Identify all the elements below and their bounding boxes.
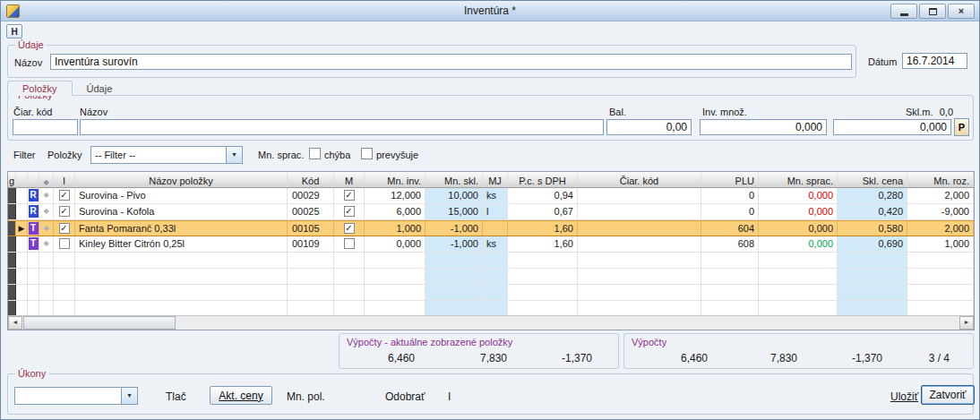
tab-udaje[interactable]: Údaje: [73, 81, 127, 96]
mn-skl-cell: [426, 253, 483, 268]
prevysuje-checkbox[interactable]: [361, 148, 373, 159]
akt-ceny-button[interactable]: Akt. ceny: [210, 386, 272, 405]
group-band-cell: [8, 221, 16, 236]
m-checkbox[interactable]: [344, 238, 355, 249]
empty-row[interactable]: [8, 269, 974, 285]
i-checkbox[interactable]: ✓: [59, 206, 70, 217]
flag-column-header[interactable]: ◆: [39, 172, 54, 187]
row-i-cell: ✓: [54, 204, 75, 219]
pc-dph-cell: 0,67: [508, 204, 578, 219]
column-header-mn-skl[interactable]: Mn. skl.: [426, 172, 483, 187]
filter-dropdown[interactable]: -- Filter -- ▼: [90, 146, 243, 164]
column-header-i[interactable]: I: [54, 172, 75, 187]
plu-cell: 608: [701, 236, 759, 252]
skl-cena-cell: 0,280: [838, 188, 907, 203]
i-checkbox[interactable]: [59, 238, 70, 249]
column-header-nazov[interactable]: Názov položky: [75, 172, 288, 187]
mn-sprac-cell: 0,000: [759, 236, 838, 252]
row-type-cell: R: [28, 204, 39, 219]
scrollbar-thumb[interactable]: [23, 316, 176, 330]
column-header-mn-roz[interactable]: Mn. roz.: [907, 172, 974, 187]
ukony-dropdown[interactable]: ▼: [14, 387, 138, 405]
summary-total-title: Výpočty: [632, 337, 666, 347]
column-header-pc-s-dph[interactable]: P.c. s DPH: [508, 172, 578, 187]
row-i-cell: ✓: [54, 188, 75, 203]
close-button[interactable]: ×: [948, 4, 975, 19]
bal-input[interactable]: [606, 119, 692, 135]
m-checkbox[interactable]: ✓: [344, 206, 355, 217]
zatvorit-button[interactable]: Zatvoriť: [921, 385, 975, 405]
table-row[interactable]: T◆Kinley Bitter Citrón 0,25l001090,000-1…: [8, 236, 974, 253]
mn-inv-cell: 6,000: [365, 204, 426, 219]
m-checkbox[interactable]: ✓: [344, 223, 355, 234]
column-header-mn-sprac[interactable]: Mn. sprac.: [759, 172, 838, 187]
datum-input[interactable]: [902, 53, 967, 69]
name-cell: Fanta Pomaranč 0,33l: [75, 221, 288, 236]
table-row[interactable]: R◆✓Surovina - Kofola00025✓6,00015,000l0,…: [8, 204, 974, 220]
i-checkbox[interactable]: ✓: [59, 223, 70, 234]
i-checkbox[interactable]: ✓: [59, 190, 70, 201]
column-header-kod[interactable]: Kód: [288, 172, 334, 187]
ciar-kod-cell: [578, 204, 701, 219]
empty-row[interactable]: [8, 253, 974, 269]
name-cell: Surovina - Pivo: [75, 188, 288, 203]
chevron-down-icon[interactable]: ▼: [226, 147, 242, 163]
ciar-kod-cell: [578, 253, 701, 268]
ciar-kod-cell: [578, 285, 701, 300]
tab-polozky[interactable]: Položky: [7, 81, 73, 96]
chyba-checkbox[interactable]: [309, 148, 321, 159]
odobrat-button[interactable]: Odobrať: [385, 390, 426, 403]
row-selector-header: [16, 172, 28, 187]
skl-cena-cell: 0,690: [838, 236, 907, 252]
row-flag-cell: [39, 285, 54, 300]
column-header-skl-cena[interactable]: Skl. cena: [838, 172, 907, 187]
column-header-mn-inv[interactable]: Mn. inv.: [365, 172, 426, 187]
column-header-ciar-kod[interactable]: Čiar. kód: [578, 172, 701, 187]
ulozit-button[interactable]: Uložiť: [890, 390, 918, 403]
skl-cena-cell: 0,420: [838, 204, 907, 219]
mn-roz-cell: -9,000: [907, 204, 974, 219]
chevron-down-icon[interactable]: ▼: [121, 388, 137, 404]
row-selector-cell: [16, 204, 28, 219]
nazov-label: Názov: [14, 57, 42, 68]
udaje-group: Údaje Názov: [7, 45, 856, 78]
ciar-kod-cell: [578, 236, 701, 252]
mn-inv-cell: [365, 285, 426, 300]
plu-cell: [701, 285, 759, 300]
column-header-m[interactable]: M: [334, 172, 365, 187]
ciar-kod-cell: [578, 269, 701, 284]
p-button[interactable]: P: [954, 118, 969, 136]
table-row[interactable]: R◆✓Surovina - Pivo00029✓12,00010,000ks0,…: [8, 188, 974, 204]
empty-row[interactable]: [8, 285, 974, 301]
maximize-button[interactable]: [919, 4, 946, 19]
minimize-button[interactable]: [890, 4, 917, 19]
grid-body: R◆✓Surovina - Pivo00029✓12,00010,000ks0,…: [8, 188, 974, 317]
ciar-kod-cell: [578, 301, 701, 316]
barcode-input[interactable]: [13, 119, 78, 135]
sklm-input[interactable]: [833, 119, 951, 135]
tlac-button[interactable]: Tlač: [166, 390, 186, 403]
inv-mnoz-input[interactable]: [700, 119, 827, 135]
h-button[interactable]: H: [6, 24, 22, 39]
scroll-left-button[interactable]: ◄: [8, 316, 22, 330]
name-cell: [75, 269, 288, 284]
mn-pol-button[interactable]: Mn. pol.: [287, 390, 325, 403]
nazov-input[interactable]: [50, 54, 852, 70]
column-header-plu[interactable]: PLU: [701, 172, 759, 187]
row-m-cell: [334, 285, 365, 300]
item-name-input[interactable]: [80, 119, 604, 135]
horizontal-scrollbar[interactable]: ◄ ►: [8, 315, 974, 330]
inv-mnoz-label: Inv. množ.: [702, 107, 747, 117]
group-band-cell: [8, 285, 16, 300]
m-checkbox[interactable]: ✓: [344, 190, 355, 201]
mj-cell: ks: [483, 236, 508, 252]
mn-sprac-cell: [759, 285, 838, 300]
table-row[interactable]: ▶T◆✓Fanta Pomaranč 0,33l00105✓1,000-1,00…: [8, 220, 974, 236]
scroll-right-button[interactable]: ►: [959, 316, 974, 330]
mn-inv-cell: 1,000: [365, 221, 426, 236]
column-header-mj[interactable]: MJ: [483, 172, 508, 187]
mn-roz-cell: 2,000: [907, 221, 974, 236]
mn-sprac-filter-label: Mn. sprac.: [258, 150, 304, 160]
title-bar[interactable]: Inventúra * ×: [1, 1, 979, 21]
row-flag-cell: ◆: [39, 236, 54, 252]
